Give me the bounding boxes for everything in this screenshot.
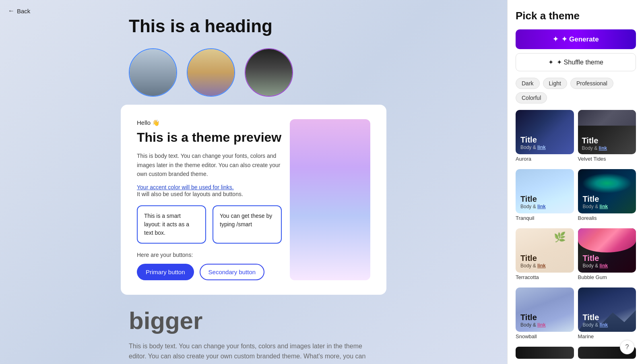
theme-velvet[interactable]: Title Body & link Velvet Tides	[578, 110, 636, 165]
preview-card-title: This is a theme preview	[137, 130, 282, 145]
preview-scroll: This is a heading Hello 👋	[0, 0, 507, 364]
bubblegum-waves	[578, 228, 636, 252]
velvet-card-link: link	[599, 145, 607, 151]
circle-image-1	[129, 48, 177, 97]
borealis-name: Borealis	[578, 215, 636, 221]
theme-marine[interactable]: Title Body & link Marine	[578, 287, 636, 343]
aurora-preview: Title Body & link	[516, 110, 574, 154]
filter-dark[interactable]: Dark	[516, 78, 540, 89]
bubblegum-card-title: Title	[583, 253, 608, 263]
theme-bubblegum[interactable]: Title Body & link Bubble Gum	[578, 228, 636, 283]
borealis-card-link: link	[600, 204, 608, 209]
bubblegum-preview: Title Body & link	[578, 228, 636, 273]
sidebar-title: Pick a theme	[516, 10, 636, 22]
smart-boxes: This is a smart layout: it acts as a tex…	[137, 205, 282, 244]
snowball-card-title: Title	[520, 312, 546, 322]
bigger-heading: bigger	[129, 307, 378, 335]
bubblegum-card-body: Body & link	[583, 263, 608, 269]
bottom-section: bigger This is body text. You can change…	[113, 295, 394, 364]
bubblegum-name: Bubble Gum	[578, 274, 636, 280]
terracotta-card-body: Body & link	[520, 263, 546, 269]
top-heading: This is a heading	[129, 16, 378, 36]
velvet-name: Velvet Tides	[578, 156, 636, 162]
sidebar: Pick a theme ✦ ✦ Generate ✦ ✦ Shuffle th…	[507, 0, 644, 364]
tranquil-card-title: Title	[520, 194, 546, 204]
borealis-card-title: Title	[583, 194, 608, 204]
filter-professional[interactable]: Professional	[570, 78, 613, 89]
theme-tranquil[interactable]: Title Body & link Tranquil	[516, 169, 574, 224]
preview-body-text: This is body text. You can change your f…	[137, 151, 282, 178]
secondary-button[interactable]: Secondary button	[200, 264, 265, 280]
aurora-card-link: link	[537, 145, 546, 150]
marine-preview: Title Body & link	[578, 287, 636, 332]
tranquil-card-link: link	[537, 204, 546, 209]
tent-placeholder	[188, 49, 234, 96]
marine-card-title: Title	[583, 312, 608, 322]
terracotta-card-title: Title	[520, 253, 546, 263]
tranquil-preview: Title Body & link	[516, 169, 574, 213]
generate-icon: ✦	[553, 35, 558, 43]
preview-card: Hello 👋 This is a theme preview This is …	[121, 105, 386, 295]
terracotta-card-text: Title Body & link	[520, 253, 546, 269]
snowball-preview: Title Body & link	[516, 287, 574, 332]
marine-card-text: Title Body & link	[583, 312, 608, 328]
terracotta-leaf-icon: 🌿	[554, 232, 566, 243]
velvet-card-text: Title Body & link	[582, 136, 607, 151]
theme-aurora[interactable]: Title Body & link Aurora	[516, 110, 574, 165]
back-label: Back	[17, 8, 30, 14]
velvet-card-title: Title	[582, 136, 607, 145]
buttons-row: Primary button Secondary button	[137, 264, 282, 280]
marine-name: Marine	[578, 333, 636, 339]
theme-terracotta[interactable]: 🌿 Title Body & link Terracotta	[516, 228, 574, 283]
bubblegum-card-text: Title Body & link	[583, 253, 608, 269]
terracotta-preview: 🌿 Title Body & link	[516, 228, 574, 273]
velvet-card-body: Body & link	[582, 145, 607, 151]
tranquil-card-text: Title Body & link	[520, 194, 546, 209]
snowball-card-body: Body & link	[520, 322, 546, 328]
snowball-card-text: Title Body & link	[520, 312, 546, 328]
tranquil-name: Tranquil	[516, 215, 574, 221]
tranquil-card-body: Body & link	[520, 204, 546, 209]
theme-more-1[interactable]	[516, 347, 574, 359]
bottom-body: This is body text. You can change your f…	[129, 341, 378, 364]
filter-light[interactable]: Light	[543, 78, 567, 89]
accent-link[interactable]: Your accent color will be used for links…	[137, 184, 234, 190]
smart-box-2: You can get these by typing /smart	[213, 205, 282, 244]
preview-outer: This is a heading Hello 👋	[113, 0, 394, 364]
snowball-card-link: link	[537, 322, 546, 328]
primary-button[interactable]: Primary button	[137, 264, 194, 280]
snow-placeholder	[246, 49, 292, 96]
back-button[interactable]: ← Back	[8, 7, 30, 14]
generate-button[interactable]: ✦ ✦ Generate	[516, 29, 636, 49]
more-theme-bar-1	[516, 347, 574, 359]
generate-label: ✦ Generate	[561, 35, 599, 43]
circle-image-2	[187, 48, 235, 97]
back-arrow-icon: ←	[8, 7, 14, 14]
aurora-name: Aurora	[516, 156, 574, 162]
filter-tabs: Dark Light Professional Colorful	[516, 78, 636, 103]
help-button[interactable]: ?	[620, 340, 634, 354]
bubblegum-card-link: link	[600, 263, 608, 269]
borealis-preview: Title Body & link	[578, 169, 636, 213]
aurora-card-title: Title	[520, 135, 546, 145]
theme-borealis[interactable]: Title Body & link Borealis	[578, 169, 636, 224]
shuffle-label: ✦ Shuffle theme	[557, 58, 603, 66]
hello-row: Hello 👋	[137, 119, 282, 126]
circle-image-3	[245, 48, 293, 97]
borealis-card-text: Title Body & link	[583, 194, 608, 209]
aurora-card-text: Title Body & link	[520, 135, 546, 150]
shuffle-icon: ✦	[548, 58, 553, 66]
card-left: Hello 👋 This is a theme preview This is …	[137, 119, 290, 280]
mountain-placeholder	[130, 49, 176, 96]
buttons-label: Here are your buttons:	[137, 252, 282, 258]
top-section: This is a heading	[113, 0, 394, 105]
marine-card-link: link	[600, 322, 608, 328]
help-icon: ?	[625, 343, 629, 351]
velvet-stripe	[578, 110, 636, 126]
filter-colorful[interactable]: Colorful	[516, 92, 547, 103]
shuffle-button[interactable]: ✦ ✦ Shuffle theme	[516, 53, 636, 71]
circles-row	[129, 48, 378, 97]
card-right-gradient	[290, 119, 370, 280]
borealis-card-body: Body & link	[583, 204, 608, 209]
theme-snowball[interactable]: Title Body & link Snowball	[516, 287, 574, 343]
